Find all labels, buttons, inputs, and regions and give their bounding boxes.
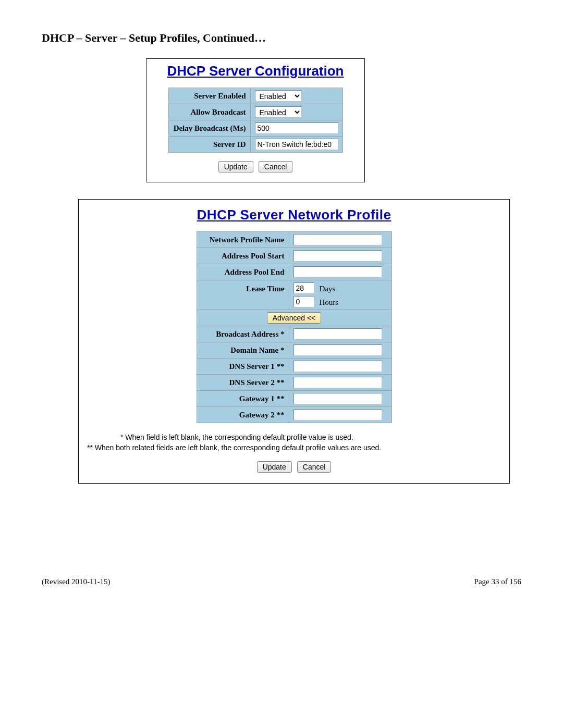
profile-form-table: Network Profile Name Address Pool Start …	[197, 231, 392, 423]
profile-title: DHCP Server Network Profile	[83, 207, 505, 223]
address-pool-end-input[interactable]	[293, 266, 382, 278]
config-title: DHCP Server Configuration	[150, 63, 361, 79]
config-update-button[interactable]: Update	[218, 161, 253, 172]
gateway-1-label: Gateway 1 **	[197, 391, 289, 407]
lease-time-label: Lease Time	[197, 280, 289, 310]
broadcast-address-input[interactable]	[293, 328, 382, 340]
address-pool-start-input[interactable]	[293, 250, 382, 262]
network-profile-name-input[interactable]	[293, 234, 382, 245]
delay-broadcast-label: Delay Broadcast (Ms)	[168, 120, 250, 137]
allow-broadcast-label: Allow Broadcast	[168, 104, 250, 120]
domain-name-input[interactable]	[293, 344, 382, 356]
dns-server-2-input[interactable]	[293, 377, 382, 388]
config-cancel-button[interactable]: Cancel	[259, 161, 293, 172]
broadcast-address-label: Broadcast Address *	[197, 326, 289, 342]
server-enabled-label: Server Enabled	[168, 88, 250, 104]
lease-days-input[interactable]	[293, 282, 314, 294]
network-profile-name-label: Network Profile Name	[197, 232, 289, 248]
lease-hours-input[interactable]	[293, 296, 314, 307]
profile-notes: * When field is left blank, the correspo…	[83, 433, 505, 453]
allow-broadcast-select[interactable]: Enabled	[255, 106, 302, 118]
gateway-2-input[interactable]	[293, 409, 382, 421]
lease-days-unit: Days	[320, 285, 336, 293]
dhcp-server-network-profile-panel: DHCP Server Network Profile Network Prof…	[78, 199, 510, 484]
section-heading: DHCP – Server – Setup Profiles, Continue…	[42, 31, 521, 45]
server-id-input[interactable]	[255, 139, 338, 150]
server-id-label: Server ID	[168, 137, 250, 153]
profile-note-2: ** When both related fields are left bla…	[87, 443, 501, 453]
config-form-table: Server Enabled Enabled Allow Broadcast E…	[168, 88, 343, 153]
dns-server-2-label: DNS Server 2 **	[197, 375, 289, 391]
profile-note-1: * When field is left blank, the correspo…	[120, 433, 501, 443]
gateway-1-input[interactable]	[293, 393, 382, 404]
advanced-toggle-button[interactable]: Advanced <<	[267, 312, 322, 324]
dhcp-server-configuration-panel: DHCP Server Configuration Server Enabled…	[146, 58, 365, 182]
domain-name-label: Domain Name *	[197, 342, 289, 359]
delay-broadcast-input[interactable]	[255, 122, 338, 134]
address-pool-start-label: Address Pool Start	[197, 248, 289, 264]
page-footer: (Revised 2010-11-15) Page 33 of 156	[42, 577, 521, 586]
dns-server-1-label: DNS Server 1 **	[197, 359, 289, 375]
profile-cancel-button[interactable]: Cancel	[297, 461, 332, 473]
footer-page-number: Page 33 of 156	[474, 577, 521, 586]
profile-update-button[interactable]: Update	[257, 461, 292, 473]
server-enabled-select[interactable]: Enabled	[255, 90, 302, 102]
address-pool-end-label: Address Pool End	[197, 264, 289, 280]
gateway-2-label: Gateway 2 **	[197, 407, 289, 423]
footer-revised: (Revised 2010-11-15)	[42, 577, 111, 586]
dns-server-1-input[interactable]	[293, 361, 382, 372]
lease-hours-unit: Hours	[320, 298, 339, 306]
